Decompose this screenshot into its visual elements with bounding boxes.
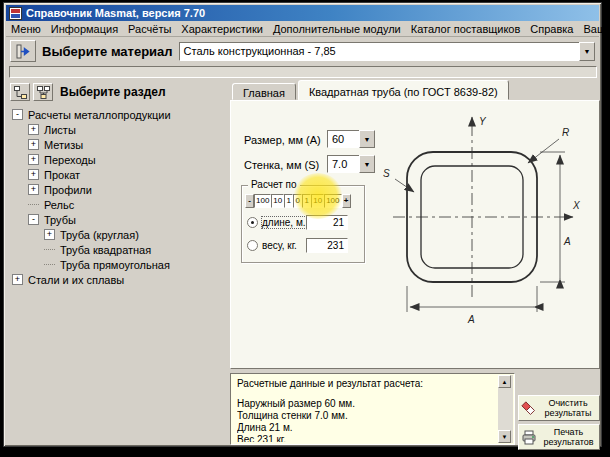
collapse-icon[interactable]: - bbox=[28, 214, 39, 225]
tab-content: Размер, мм (А) 60 ▼ Стенка, мм (S) 7.0 ▼… bbox=[230, 100, 600, 369]
results-scrollbar[interactable]: ▲ ▼ bbox=[498, 375, 513, 443]
collapse-icon[interactable]: - bbox=[12, 109, 23, 120]
value-stepper: - 100 10 1 0 1 10 100 + bbox=[245, 194, 351, 208]
tree-item-steels-alloys[interactable]: + Стали и их сплавы bbox=[10, 272, 226, 287]
clear-results-button[interactable]: Очистить результаты bbox=[518, 395, 600, 421]
wall-label: Стенка, мм (S) bbox=[244, 159, 319, 171]
dim-a-right-label: A bbox=[563, 236, 571, 247]
tree-item-rail[interactable]: Рельс bbox=[10, 197, 226, 212]
tree-item-hardware[interactable]: + Метизы bbox=[10, 137, 226, 152]
tree-item-square-pipe[interactable]: Труба квадратная bbox=[10, 242, 226, 257]
tree-item-sheets[interactable]: + Листы bbox=[10, 122, 226, 137]
expand-icon[interactable]: + bbox=[28, 154, 39, 165]
tree-item-pipes[interactable]: - Трубы bbox=[10, 212, 226, 227]
print-results-label: Печать результатов bbox=[540, 427, 597, 447]
tree-item-rolled-metal[interactable]: + Прокат bbox=[10, 167, 226, 182]
y-axis-label: Y bbox=[479, 116, 487, 127]
stepper-cell-100[interactable]: 100 bbox=[254, 194, 271, 208]
length-radio-label[interactable]: длине, м. bbox=[262, 217, 306, 228]
size-combobox-value: 60 bbox=[327, 130, 359, 148]
tree-item-label: Профили bbox=[44, 184, 92, 196]
results-box: Расчетные данные и результат расчета: На… bbox=[230, 373, 515, 445]
menu-item-your-idea[interactable]: Ваша идея bbox=[578, 22, 610, 36]
app-icon bbox=[9, 7, 22, 20]
scroll-up-icon[interactable]: ▲ bbox=[498, 375, 511, 388]
menu-item-information[interactable]: Информация bbox=[46, 22, 123, 36]
clear-results-label: Очистить результаты bbox=[539, 398, 597, 418]
weight-radio[interactable] bbox=[247, 240, 258, 251]
material-arrow-icon bbox=[15, 44, 31, 59]
s-leader-line bbox=[395, 179, 414, 192]
tree-view-button-2[interactable] bbox=[33, 83, 53, 101]
stepper-cell-1b[interactable]: 1 bbox=[302, 194, 311, 208]
expand-icon[interactable]: + bbox=[12, 274, 23, 285]
tree-connector bbox=[44, 264, 55, 265]
scroll-down-icon[interactable]: ▼ bbox=[498, 430, 511, 443]
menubar: Меню Информация Расчёты Характеристики Д… bbox=[6, 21, 599, 37]
section-panel-header: Выберите раздел bbox=[8, 81, 228, 103]
weight-radio-row: весу, кг. bbox=[247, 240, 297, 251]
menu-item-extra-modules[interactable]: Дополнительные модули bbox=[268, 22, 406, 36]
print-results-button[interactable]: Печать результатов bbox=[518, 424, 600, 450]
result-line: Длина 21 м. bbox=[237, 422, 496, 434]
tree-item-label: Труба (круглая) bbox=[60, 229, 139, 241]
section-tree: - Расчеты металлопродукции + Листы + Мет… bbox=[8, 103, 228, 291]
stepper-minus-button[interactable]: - bbox=[245, 194, 254, 208]
result-line: Толщина стенки 7.0 мм. bbox=[237, 410, 496, 422]
weight-radio-label[interactable]: весу, кг. bbox=[262, 240, 297, 251]
expand-icon[interactable]: + bbox=[28, 169, 39, 180]
material-combobox-value: Сталь конструкционная - 7,85 bbox=[179, 42, 579, 61]
tree-item-label: Рельс bbox=[44, 199, 74, 211]
expand-icon[interactable]: + bbox=[28, 184, 39, 195]
wall-combobox-value: 7.0 bbox=[327, 155, 359, 173]
eraser-icon bbox=[521, 401, 536, 416]
app-window: Справочник Masmat, версия 7.70 Меню Инфо… bbox=[3, 2, 602, 447]
select-material-button[interactable] bbox=[10, 40, 36, 62]
tree-item-label: Стали и их сплавы bbox=[28, 274, 124, 286]
menu-item-help[interactable]: Справка bbox=[525, 22, 578, 36]
tree-view-button-1[interactable] bbox=[10, 83, 30, 101]
tab-main[interactable]: Главная bbox=[232, 83, 296, 100]
tree-item-rectangular-pipe[interactable]: Труба прямоугольная bbox=[10, 257, 226, 272]
length-radio[interactable] bbox=[247, 217, 258, 228]
expand-icon[interactable]: + bbox=[28, 139, 39, 150]
weight-value-field[interactable]: 231 bbox=[306, 238, 348, 253]
stepper-cell-10[interactable]: 10 bbox=[271, 194, 284, 208]
calc-by-group-label: Расчет по bbox=[248, 179, 300, 190]
dropdown-arrow-icon[interactable]: ▼ bbox=[579, 42, 595, 61]
result-line: Наружный размер 60 мм. bbox=[237, 398, 496, 410]
tree-item-label: Труба квадратная bbox=[60, 244, 151, 256]
list-structure-icon bbox=[37, 86, 50, 99]
titlebar[interactable]: Справочник Masmat, версия 7.70 bbox=[6, 5, 599, 21]
menu-item-menu[interactable]: Меню bbox=[6, 22, 46, 36]
stepper-cell-1[interactable]: 1 bbox=[284, 194, 293, 208]
tree-item-round-pipe[interactable]: + Труба (круглая) bbox=[10, 227, 226, 242]
results-text: Расчетные данные и результат расчета: На… bbox=[237, 378, 496, 442]
expand-icon[interactable]: + bbox=[44, 229, 55, 240]
tree-item-label: Листы bbox=[44, 124, 76, 136]
stepper-cell-100b[interactable]: 100 bbox=[324, 194, 341, 208]
tree-item-transitions[interactable]: + Переходы bbox=[10, 152, 226, 167]
tree-item-profiles[interactable]: + Профили bbox=[10, 182, 226, 197]
stepper-cell-10b[interactable]: 10 bbox=[311, 194, 324, 208]
length-radio-row: длине, м. bbox=[247, 217, 306, 228]
status-strip bbox=[9, 66, 597, 78]
video-frame: Справочник Masmat, версия 7.70 Меню Инфо… bbox=[0, 0, 610, 457]
tree-item-metal-calculations[interactable]: - Расчеты металлопродукции bbox=[10, 107, 226, 122]
x-axis-label: X bbox=[572, 200, 580, 211]
dim-a-bottom-label: A bbox=[467, 314, 475, 325]
stepper-plus-button[interactable]: + bbox=[342, 194, 351, 208]
menu-item-calculations[interactable]: Расчёты bbox=[123, 22, 176, 36]
tree-item-label: Расчеты металлопродукции bbox=[28, 109, 171, 121]
material-label: Выберите материал bbox=[42, 44, 173, 59]
menu-item-characteristics[interactable]: Характеристики bbox=[176, 22, 268, 36]
expand-icon[interactable]: + bbox=[28, 124, 39, 135]
section-panel: Выберите раздел - Расчеты металлопродукц… bbox=[8, 81, 228, 369]
menu-item-supplier-catalog[interactable]: Каталог поставщиков bbox=[406, 22, 526, 36]
size-label: Размер, мм (А) bbox=[244, 134, 321, 146]
material-combobox[interactable]: Сталь конструкционная - 7,85 ▼ bbox=[179, 42, 595, 61]
results-header: Расчетные данные и результат расчета: bbox=[237, 378, 496, 390]
stepper-cell-0[interactable]: 0 bbox=[293, 194, 302, 208]
tab-square-pipe[interactable]: Квадратная труба (по ГОСТ 8639-82) bbox=[298, 80, 509, 100]
length-value-field[interactable]: 21 bbox=[306, 215, 348, 230]
